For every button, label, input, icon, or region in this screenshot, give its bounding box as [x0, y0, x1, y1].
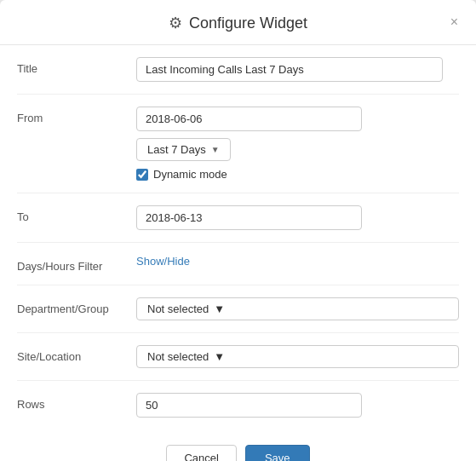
- gear-icon: ⚙: [169, 14, 182, 32]
- rows-row: Rows: [17, 381, 459, 429]
- site-location-control-group: Not selected ▼: [136, 345, 459, 368]
- rows-control-group: [136, 393, 459, 418]
- site-location-row: Site/Location Not selected ▼: [17, 333, 459, 381]
- days-hours-control-group: Show/Hide: [136, 255, 459, 268]
- from-date-input[interactable]: [136, 107, 362, 131]
- days-hours-label: Days/Hours Filter: [17, 255, 136, 273]
- to-row: To: [17, 193, 459, 243]
- show-hide-link[interactable]: Show/Hide: [136, 255, 459, 268]
- last-days-wrapper: Last 7 Days ▼: [136, 138, 459, 161]
- dialog-body: Title From Last 7 Days ▼ Dynamic mode: [0, 45, 476, 429]
- dialog-header: ⚙ Configure Widget ×: [0, 0, 476, 45]
- last-days-label: Last 7 Days: [147, 143, 206, 156]
- department-caret-icon: ▼: [214, 303, 225, 315]
- dynamic-mode-row: Dynamic mode: [136, 168, 459, 181]
- last-days-dropdown[interactable]: Last 7 Days ▼: [136, 138, 231, 161]
- dialog-footer: Cancel Save: [0, 429, 476, 461]
- cancel-button[interactable]: Cancel: [166, 445, 236, 461]
- days-hours-row: Days/Hours Filter Show/Hide: [17, 243, 459, 285]
- to-control-group: [136, 205, 459, 230]
- dropdown-caret-icon: ▼: [211, 145, 220, 154]
- department-not-selected-label: Not selected: [147, 303, 209, 315]
- rows-input[interactable]: [136, 393, 362, 418]
- department-group-label: Department/Group: [17, 297, 136, 315]
- department-group-control-group: Not selected ▼: [136, 297, 459, 320]
- save-button[interactable]: Save: [245, 445, 310, 461]
- site-location-label: Site/Location: [17, 345, 136, 363]
- from-row: From Last 7 Days ▼ Dynamic mode: [17, 95, 459, 193]
- title-row: Title: [17, 45, 459, 95]
- site-location-dropdown[interactable]: Not selected ▼: [136, 345, 459, 368]
- site-not-selected-label: Not selected: [147, 350, 209, 363]
- dynamic-mode-checkbox[interactable]: [136, 169, 148, 181]
- from-control-group: Last 7 Days ▼ Dynamic mode: [136, 107, 459, 181]
- dialog-title-text: Configure Widget: [189, 14, 307, 32]
- site-caret-icon: ▼: [214, 350, 225, 363]
- department-group-dropdown[interactable]: Not selected ▼: [136, 297, 459, 320]
- dialog-title: ⚙ Configure Widget: [169, 14, 307, 32]
- dynamic-mode-label: Dynamic mode: [153, 168, 227, 181]
- title-input[interactable]: [136, 57, 443, 82]
- to-date-input[interactable]: [136, 205, 362, 230]
- department-group-row: Department/Group Not selected ▼: [17, 285, 459, 333]
- title-label: Title: [17, 57, 136, 75]
- title-control-group: [136, 57, 459, 82]
- close-button[interactable]: ×: [446, 14, 462, 31]
- from-label: From: [17, 107, 136, 124]
- to-label: To: [17, 205, 136, 223]
- rows-label: Rows: [17, 393, 136, 411]
- configure-widget-dialog: ⚙ Configure Widget × Title From Last 7 D…: [0, 0, 476, 461]
